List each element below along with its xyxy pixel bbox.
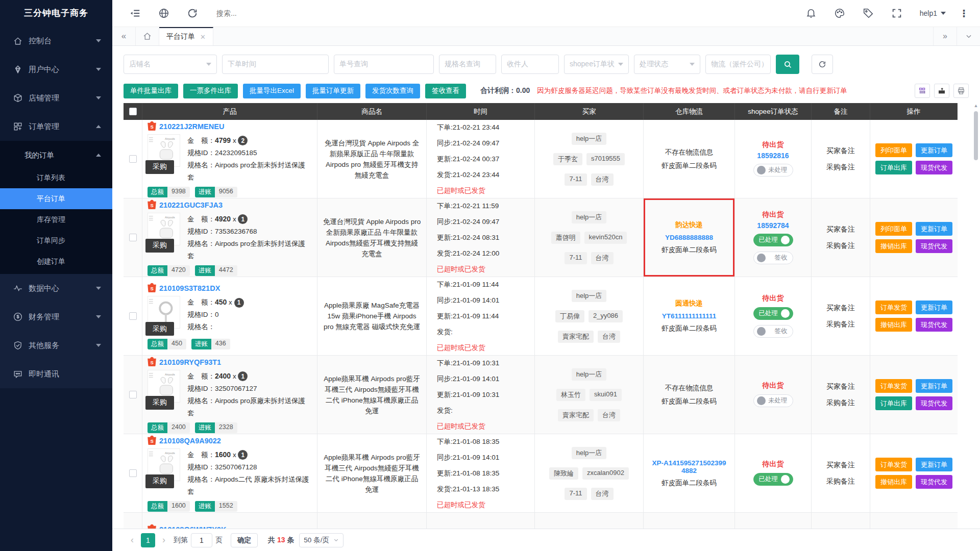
- action-button-批量订单更新[interactable]: 批量订单更新: [306, 84, 360, 98]
- op-button-更新订单[interactable]: 更新订单: [916, 222, 952, 236]
- table-refresh-button[interactable]: [812, 55, 833, 74]
- next-page-button[interactable]: ›: [157, 535, 170, 545]
- kebab-menu-icon[interactable]: ⋮: [959, 8, 969, 19]
- sidebar-subitem-库存管理[interactable]: 库存管理: [0, 209, 112, 230]
- tracking-number[interactable]: YT6111111111111: [658, 312, 721, 320]
- tabs-scroll-left-icon[interactable]: «: [112, 27, 136, 45]
- remark-link[interactable]: 采购备注: [826, 477, 855, 486]
- op-button-更新订单[interactable]: 更新订单: [916, 379, 952, 393]
- tracking-number[interactable]: XP-A1415952715023994882: [647, 459, 731, 474]
- sidebar-subitem-订单同步[interactable]: 订单同步: [0, 230, 112, 251]
- op-button-撤销出库[interactable]: 撤销出库: [875, 475, 912, 489]
- sign-toggle[interactable]: 签收: [753, 325, 793, 338]
- refresh-icon[interactable]: [187, 8, 198, 19]
- action-button-发货次数查询[interactable]: 发货次数查询: [365, 84, 420, 98]
- tag-icon[interactable]: [863, 8, 874, 19]
- sidebar-subitem-创建订单[interactable]: 创建订单: [0, 251, 112, 272]
- remark-link[interactable]: 采购备注: [826, 241, 855, 251]
- op-button-订单发货[interactable]: 订单发货: [875, 300, 912, 314]
- sidebar-subitem-订单列表[interactable]: 订单列表: [0, 167, 112, 188]
- op-button-订单出库[interactable]: 订单出库: [875, 161, 912, 174]
- order-link[interactable]: 210221J2RMENEU: [159, 122, 224, 131]
- op-button-现货代发[interactable]: 现货代发: [916, 396, 952, 410]
- palette-icon[interactable]: [834, 8, 845, 19]
- confirm-button[interactable]: 确定: [231, 533, 258, 547]
- sidebar-item-其他服务[interactable]: 其他服务: [0, 331, 112, 360]
- purchase-button[interactable]: 采购: [145, 474, 174, 488]
- order-link[interactable]: 210109RYQF93T1: [159, 358, 221, 366]
- op-button-撤销出库[interactable]: 撤销出库: [875, 239, 912, 253]
- row-checkbox[interactable]: [129, 155, 137, 163]
- user-menu[interactable]: help1: [920, 9, 946, 17]
- op-button-现货代发[interactable]: 现货代发: [916, 161, 952, 174]
- purchase-button[interactable]: 采购: [145, 322, 174, 336]
- home-tab-icon[interactable]: [136, 27, 159, 45]
- row-checkbox[interactable]: [129, 312, 137, 320]
- op-button-列印面单[interactable]: 列印面单: [875, 222, 912, 236]
- globe-icon[interactable]: [158, 8, 169, 19]
- filter-店铺名[interactable]: 店铺名: [124, 55, 217, 74]
- vertical-scrollbar[interactable]: ▲: [973, 103, 979, 529]
- sidebar-item-财务管理[interactable]: 财务管理: [0, 303, 112, 331]
- sign-toggle[interactable]: 签收: [753, 252, 793, 264]
- op-button-撤销出库[interactable]: 撤销出库: [875, 318, 912, 332]
- page-size-select[interactable]: 50 条/页: [299, 533, 344, 547]
- op-button-现货代发[interactable]: 现货代发: [916, 239, 952, 253]
- sidebar-item-店铺管理[interactable]: 店铺管理: [0, 84, 112, 112]
- sidebar-subitem-平台订单[interactable]: 平台订单: [0, 188, 112, 209]
- op-button-现货代发[interactable]: 现货代发: [916, 318, 952, 332]
- row-checkbox[interactable]: [129, 391, 137, 398]
- remark-link[interactable]: 买家备注: [826, 304, 855, 313]
- filter-shopee订单状[interactable]: shopee订单状: [564, 55, 629, 74]
- bell-icon[interactable]: [805, 8, 817, 19]
- purchase-button[interactable]: 采购: [145, 160, 174, 174]
- op-button-订单发货[interactable]: 订单发货: [875, 379, 912, 393]
- select-all-checkbox[interactable]: [129, 108, 137, 115]
- sidebar-item-数据中心[interactable]: 数据中心: [0, 274, 112, 303]
- purchase-button[interactable]: 采购: [145, 396, 174, 410]
- search-button[interactable]: [776, 55, 799, 74]
- remark-link[interactable]: 买家备注: [826, 461, 855, 470]
- op-button-更新订单[interactable]: 更新订单: [916, 143, 952, 157]
- filter-单号查询[interactable]: 单号查询: [334, 55, 434, 74]
- close-tab-icon[interactable]: ✕: [200, 33, 206, 41]
- process-toggle[interactable]: 未处理: [753, 394, 793, 407]
- order-link[interactable]: 210109S3T821DX: [159, 284, 220, 292]
- remark-link[interactable]: 采购备注: [826, 320, 855, 329]
- row-checkbox[interactable]: [129, 469, 137, 477]
- op-button-现货代发[interactable]: 现货代发: [916, 475, 952, 489]
- purchase-button[interactable]: 采购: [145, 239, 174, 253]
- sidebar-item-即时通讯[interactable]: 即时通讯: [0, 360, 112, 388]
- page-1-button[interactable]: 1: [141, 533, 155, 547]
- action-button-单件批量出库[interactable]: 单件批量出库: [124, 84, 178, 98]
- op-button-订单发货[interactable]: 订单发货: [875, 458, 912, 471]
- op-button-更新订单[interactable]: 更新订单: [916, 300, 952, 314]
- prev-page-button[interactable]: ‹: [126, 535, 139, 545]
- remark-link[interactable]: 采购备注: [826, 398, 855, 408]
- sidebar-item-控制台[interactable]: 控制台: [0, 27, 112, 55]
- process-toggle[interactable]: 已处理: [753, 234, 793, 246]
- fullscreen-icon[interactable]: [891, 8, 902, 19]
- op-button-更新订单[interactable]: 更新订单: [916, 458, 952, 471]
- filter-处理状态[interactable]: 处理状态: [634, 55, 700, 74]
- action-button-签收查看[interactable]: 签收查看: [425, 84, 466, 98]
- status-number[interactable]: 18592816: [757, 152, 789, 160]
- status-number[interactable]: 18592784: [757, 221, 789, 230]
- filter-规格名查询[interactable]: 规格名查询: [439, 55, 496, 74]
- export-button[interactable]: [934, 84, 949, 98]
- filter-下单时间[interactable]: 下单时间: [222, 55, 329, 74]
- sidebar-submenu-my-orders[interactable]: 我的订单: [0, 143, 112, 167]
- sidebar-item-用户中心[interactable]: 用户中心: [0, 55, 112, 84]
- sidebar-item-订单管理[interactable]: 订单管理: [0, 112, 112, 141]
- op-button-列印面单[interactable]: 列印面单: [875, 143, 912, 157]
- process-toggle[interactable]: 已处理: [753, 307, 793, 320]
- process-toggle[interactable]: 已处理: [753, 473, 793, 486]
- print-button[interactable]: [953, 84, 969, 98]
- goto-page-input[interactable]: [191, 533, 212, 547]
- scrollbar-thumb[interactable]: [974, 111, 978, 160]
- remark-link[interactable]: 采购备注: [826, 163, 855, 172]
- collapse-sidebar-icon[interactable]: [130, 8, 141, 19]
- filter-收件人[interactable]: 收件人: [501, 55, 559, 74]
- action-button-批量导出Excel[interactable]: 批量导出Excel: [243, 84, 301, 98]
- remark-link[interactable]: 买家备注: [826, 225, 855, 234]
